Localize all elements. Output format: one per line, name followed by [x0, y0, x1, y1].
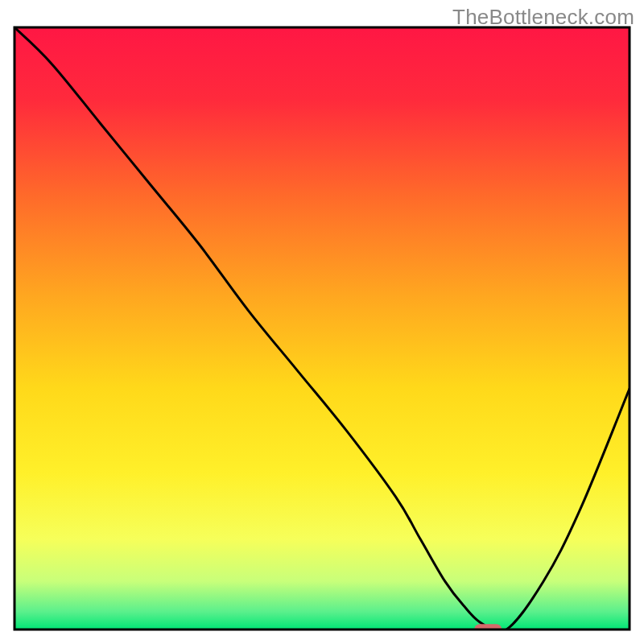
watermark-text: TheBottleneck.com: [452, 5, 634, 30]
chart-root: TheBottleneck.com: [0, 0, 644, 644]
bottleneck-chart: [0, 0, 644, 644]
gradient-background: [14, 27, 630, 630]
